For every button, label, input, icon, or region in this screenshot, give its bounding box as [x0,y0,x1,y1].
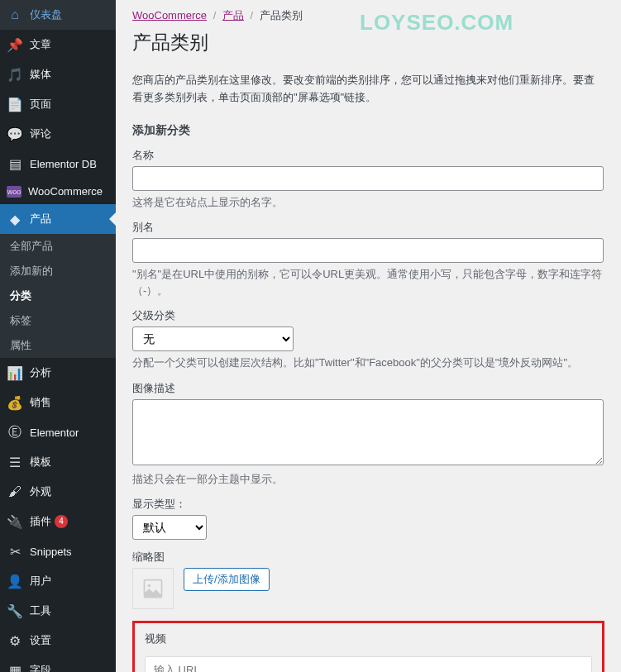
products-submenu: 全部产品 添加新的 分类 标签 属性 [0,234,116,358]
sidebar-item-plugins[interactable]: 🔌插件4 [0,507,116,536]
video-url-input[interactable] [145,656,592,672]
breadcrumb: WooCommerce / 产品 / 产品类别 [132,8,604,23]
sidebar-item-products[interactable]: ◆产品 [0,204,116,234]
submenu-attributes[interactable]: 属性 [0,333,116,358]
sidebar-item-elementor[interactable]: ⒺElementor [0,417,116,447]
slug-input[interactable] [132,238,604,263]
breadcrumb-woo[interactable]: WooCommerce [132,9,207,21]
sidebar-item-appearance[interactable]: 🖌外观 [0,477,116,507]
add-category-heading: 添加新分类 [132,123,604,138]
desc-label: 图像描述 [132,381,604,396]
media-icon: 🎵 [7,66,23,83]
tools-icon: 🔧 [7,603,23,619]
page-icon: 📄 [7,96,23,112]
sidebar-item-settings[interactable]: ⚙设置 [0,626,116,655]
sidebar-item-users[interactable]: 👤用户 [0,566,116,596]
woo-icon: woo [7,186,21,198]
slug-help: "别名"是在URL中使用的别称，它可以令URL更美观。通常使用小写，只能包含字母… [132,266,604,298]
sidebar-item-snippets[interactable]: ✂Snippets [0,536,116,566]
submenu-all-products[interactable]: 全部产品 [0,234,116,259]
display-select[interactable]: 默认 [132,515,207,540]
plugin-icon: 🔌 [7,513,23,530]
name-input[interactable] [132,166,604,191]
thumbnail-placeholder [132,568,174,609]
svg-point-1 [148,584,151,588]
parent-select[interactable]: 无 [132,326,294,351]
plugin-badge: 4 [55,515,68,528]
users-icon: 👤 [7,573,23,589]
product-icon: ◆ [7,211,23,227]
submenu-categories[interactable]: 分类 [0,284,116,308]
appearance-icon: 🖌 [7,484,23,500]
pin-icon: 📌 [7,36,23,53]
dashboard-icon: ⌂ [7,7,23,23]
video-label: 视频 [145,631,592,646]
submenu-add-new[interactable]: 添加新的 [0,259,116,284]
sidebar-item-posts[interactable]: 📌文章 [0,30,116,60]
sidebar-item-fields[interactable]: ▦字段 [0,655,116,672]
upload-image-button[interactable]: 上传/添加图像 [184,568,270,591]
db-icon: ▤ [7,155,23,172]
sidebar-item-elementor-db[interactable]: ▤Elementor DB [0,149,116,179]
desc-textarea[interactable] [132,399,604,465]
thumb-label: 缩略图 [132,550,604,565]
desc-help: 描述只会在一部分主题中显示。 [132,471,604,488]
sidebar-item-woocommerce[interactable]: wooWooCommerce [0,179,116,204]
sidebar-item-dashboard[interactable]: ⌂仪表盘 [0,0,116,30]
analytics-icon: 📊 [7,365,23,381]
sidebar-item-comments[interactable]: 💬评论 [0,119,116,149]
admin-sidebar: ⌂仪表盘 📌文章 🎵媒体 📄页面 💬评论 ▤Elementor DB wooWo… [0,0,116,672]
settings-icon: ⚙ [7,632,23,649]
parent-label: 父级分类 [132,308,604,323]
image-placeholder-icon [141,577,165,600]
page-intro: 您商店的产品类别在这里修改。要改变前端的类别排序，您可以通过拖拽来对他们重新排序… [132,72,604,107]
breadcrumb-current: 产品类别 [260,9,303,21]
sidebar-item-sales[interactable]: 💰销售 [0,388,116,417]
main-content: LOYSEO.COM WooCommerce / 产品 / 产品类别 产品类别 … [116,0,621,672]
sidebar-item-templates[interactable]: ☰模板 [0,447,116,477]
breadcrumb-products[interactable]: 产品 [222,9,244,21]
name-help: 这将是它在站点上显示的名字。 [132,194,604,211]
parent-help: 分配一个父类可以创建层次结构。比如"Twitter"和"Facebook"的父分… [132,355,604,371]
sidebar-item-pages[interactable]: 📄页面 [0,89,116,119]
submenu-tags[interactable]: 标签 [0,308,116,333]
display-label: 显示类型： [132,497,604,512]
fields-icon: ▦ [7,662,23,672]
sidebar-item-tools[interactable]: 🔧工具 [0,596,116,626]
elementor-icon: Ⓔ [7,424,23,441]
sidebar-item-analytics[interactable]: 📊分析 [0,358,116,388]
comment-icon: 💬 [7,126,23,142]
page-title: 产品类别 [132,30,604,55]
video-section: 视频 [132,621,604,672]
snippets-icon: ✂ [7,543,23,560]
sales-icon: 💰 [7,394,23,411]
slug-label: 别名 [132,220,604,235]
name-label: 名称 [132,148,604,163]
template-icon: ☰ [7,454,23,470]
sidebar-item-media[interactable]: 🎵媒体 [0,60,116,89]
